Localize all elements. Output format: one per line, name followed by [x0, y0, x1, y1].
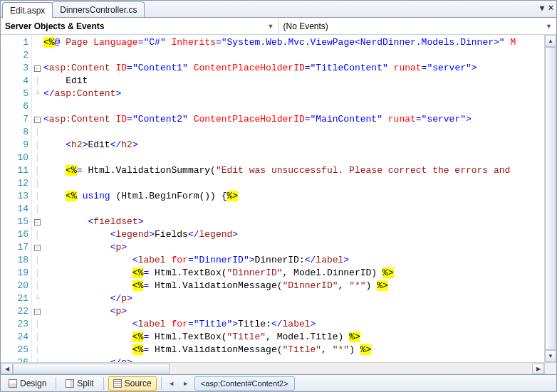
code-line[interactable]: <%= Html.ValidationMessage("DinnerID", "… [43, 280, 544, 292]
horizontal-scrollbar[interactable]: ◀ ▶ [1, 362, 544, 374]
code-line[interactable]: <label for="Title">Title:</label> [43, 318, 544, 331]
breadcrumb-prev-button[interactable]: ◄ [166, 377, 177, 390]
split-view-button[interactable]: Split [61, 376, 98, 391]
line-number: 3 [1, 62, 28, 75]
code-line[interactable]: <%= Html.ValidationSummary("Edit was uns… [43, 164, 544, 177]
scroll-down-button[interactable]: ▼ [545, 350, 556, 362]
code-line[interactable]: <label for="DinnerID">DinnerID:</label> [43, 254, 544, 267]
line-number: 9 [1, 139, 28, 152]
code-line[interactable]: <%= Html.ValidationMessage("Title", "*")… [43, 344, 544, 356]
code-line[interactable]: <p> [43, 241, 544, 254]
active-files-dropdown-icon[interactable]: ▾ [540, 3, 544, 13]
line-number: 6 [1, 100, 28, 113]
breadcrumb-label: <asp:Content#Content2> [201, 379, 288, 388]
separator [161, 377, 162, 390]
split-view-label: Split [77, 378, 93, 388]
outlining-margin[interactable]: -│└-│││││││-│-│││└-│││└ [32, 35, 42, 362]
source-view-button[interactable]: Source [108, 376, 157, 391]
line-number: 13 [1, 190, 28, 203]
breadcrumb-tag[interactable]: <asp:Content#Content2> [194, 376, 295, 391]
line-number: 2 [1, 49, 28, 62]
code-line[interactable]: Edit [43, 75, 544, 88]
breadcrumb-next-button[interactable]: ► [180, 377, 192, 390]
scroll-right-button[interactable]: ▶ [532, 364, 544, 374]
code-line[interactable] [43, 203, 544, 216]
code-line[interactable]: <% using (Html.BeginForm()) {%> [43, 190, 544, 203]
fold-marker: │ [32, 164, 42, 177]
split-icon [66, 379, 74, 388]
separator [56, 377, 56, 390]
vertical-scroll-track[interactable] [545, 47, 556, 350]
code-line[interactable]: <%= Html.TextBox("Title", Model.Title) %… [43, 331, 544, 344]
chevron-down-icon: ▼ [268, 23, 274, 30]
line-number: 21 [1, 292, 28, 305]
line-number: 22 [1, 305, 28, 318]
code-line[interactable]: </p> [43, 292, 544, 305]
vertical-scrollbar[interactable]: ▲ ▼ [544, 35, 556, 362]
fold-marker: │ [32, 203, 42, 216]
code-line[interactable] [43, 126, 544, 139]
line-number: 24 [1, 331, 28, 344]
tab-dinnerscontroller[interactable]: DinnersController.cs [52, 1, 145, 17]
code-line[interactable] [43, 177, 544, 190]
code-line[interactable]: </p> [43, 356, 544, 362]
scroll-left-button[interactable]: ◀ [1, 364, 13, 374]
editor-window: Edit.aspx DinnersController.cs ▾ × Serve… [0, 0, 557, 392]
code-line[interactable]: <asp:Content ID="Content1" ContentPlaceH… [43, 62, 544, 75]
code-line[interactable] [43, 100, 544, 113]
fold-marker [32, 49, 42, 62]
fold-marker: │ [32, 228, 42, 241]
code-text[interactable]: <%@ Page Language="C#" Inherits="System.… [42, 35, 544, 362]
fold-marker[interactable]: - [32, 113, 42, 126]
tab-label: Edit.aspx [10, 6, 45, 16]
chevron-down-icon: ▼ [546, 23, 552, 30]
code-line[interactable]: <%@ Page Language="C#" Inherits="System.… [43, 36, 544, 49]
code-line[interactable]: </asp:Content> [43, 88, 544, 100]
code-line[interactable]: <p> [43, 305, 544, 318]
document-tabstrip: Edit.aspx DinnersController.cs ▾ × [1, 1, 556, 18]
fold-marker: │ [32, 75, 42, 88]
code-line[interactable]: <asp:Content ID="Content2" ContentPlaceH… [43, 113, 544, 126]
design-view-button[interactable]: Design [4, 376, 51, 391]
fold-marker[interactable]: - [32, 62, 42, 75]
objects-dropdown-label: Server Objects & Events [5, 21, 104, 31]
fold-marker: │ [32, 331, 42, 344]
fold-marker[interactable]: - [32, 216, 42, 228]
line-number: 17 [1, 241, 28, 254]
code-line[interactable]: <fieldset> [43, 216, 544, 228]
line-number: 11 [1, 164, 28, 177]
line-number: 20 [1, 280, 28, 292]
horizontal-scroll-thumb[interactable] [13, 364, 170, 374]
close-icon[interactable]: × [548, 3, 553, 13]
line-number-gutter: 1234567891011121314151617181920212223242… [1, 35, 32, 362]
line-number: 25 [1, 344, 28, 356]
code-line[interactable] [43, 49, 544, 62]
line-number: 14 [1, 203, 28, 216]
code-line[interactable] [43, 152, 544, 164]
design-icon [9, 379, 17, 388]
events-dropdown-label: (No Events) [283, 21, 328, 31]
code-line[interactable]: <%= Html.TextBox("DinnerID", Model.Dinne… [43, 267, 544, 280]
navigation-bar: Server Objects & Events ▼ (No Events) ▼ [1, 18, 556, 35]
code-line[interactable]: <h2>Edit</h2> [43, 139, 544, 152]
fold-marker: │ [32, 280, 42, 292]
line-number: 12 [1, 177, 28, 190]
line-number: 19 [1, 267, 28, 280]
events-dropdown[interactable]: (No Events) ▼ [279, 18, 557, 34]
code-line[interactable]: <legend>Fields</legend> [43, 228, 544, 241]
fold-marker[interactable]: - [32, 241, 42, 254]
objects-dropdown[interactable]: Server Objects & Events ▼ [1, 18, 279, 34]
line-number: 4 [1, 75, 28, 88]
line-number: 16 [1, 228, 28, 241]
fold-marker: │ [32, 254, 42, 267]
line-number: 8 [1, 126, 28, 139]
tab-edit-aspx[interactable]: Edit.aspx [2, 2, 53, 18]
fold-marker: │ [32, 139, 42, 152]
scroll-up-button[interactable]: ▲ [545, 35, 556, 47]
vertical-scroll-thumb[interactable] [545, 47, 556, 350]
fold-marker: └ [32, 356, 42, 362]
code-editor-area: 1234567891011121314151617181920212223242… [1, 35, 556, 362]
fold-marker[interactable]: - [32, 305, 42, 318]
horizontal-scroll-track[interactable] [13, 364, 532, 374]
source-view-label: Source [125, 378, 152, 388]
